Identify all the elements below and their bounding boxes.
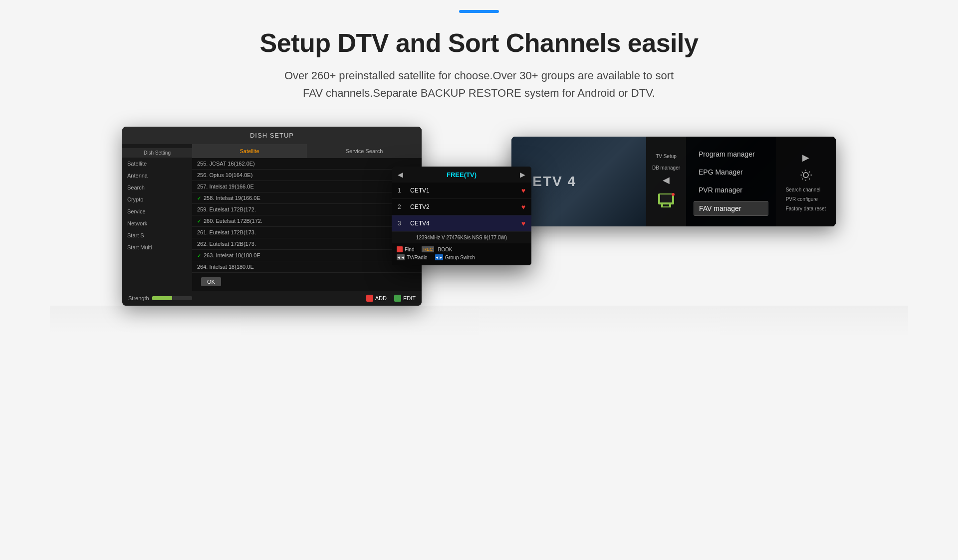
menu-fav-manager[interactable]: FAV manager (694, 201, 768, 216)
menu-antenna: Antenna (122, 170, 192, 182)
db-manager-label: DB manager (652, 165, 680, 171)
cetv-menu-items: Program manager EPG Manager PVR manager … (686, 137, 776, 226)
find-control: Find (397, 246, 414, 252)
channel-row-selected[interactable]: 3 CETV4 ♥ (392, 215, 531, 232)
list-item: 259. Eutelsat 172B(172. (192, 204, 422, 215)
rec-badge: REC (422, 246, 434, 252)
menu-start-multi: Start Multi (122, 241, 192, 253)
channel-row[interactable]: 2 CETV2 ♥ (392, 199, 531, 215)
bottom-buttons: ADD EDIT (366, 295, 416, 302)
menu-crypto: Crypto (122, 193, 192, 205)
channel-list-screenshot: ◀ FREE(TV) ▶ 1 CETV1 ♥ 2 CETV2 ♥ 3 CETV4 (392, 167, 531, 265)
channel-list-header: ◀ FREE(TV) ▶ (392, 167, 531, 183)
list-item: ✓260. Eutelsat 172B(172. (192, 215, 422, 227)
list-item: ✓263. Intelsat 18(180.0E (192, 250, 422, 261)
add-button[interactable]: ADD (366, 295, 387, 302)
menu-search: Search (122, 182, 192, 193)
list-item: 261. Eutelsat 172B(173. (192, 227, 422, 238)
green-button-icon (394, 295, 401, 302)
list-item: ✓258. Intelsat 19(166.0E (192, 192, 422, 204)
menu-epg-manager[interactable]: EPG Manager (694, 165, 768, 179)
pvr-configure-label: PVR configure (786, 196, 826, 202)
arrow-right-icon: ▶ (520, 171, 525, 179)
menu-satellite: Satellite (122, 158, 192, 170)
screenshots-container: DISH SETUP Dish Setting Satellite Antenn… (0, 127, 958, 306)
ok-button[interactable]: OK (201, 277, 221, 286)
strength-fill-bar (152, 296, 192, 300)
svg-rect-2 (661, 204, 663, 206)
search-channel-label: Search channel (786, 187, 826, 192)
fav-icon: ♥ (521, 219, 525, 227)
menu-network: Network (122, 217, 192, 229)
controls-row-1: Find REC BOOK (397, 246, 526, 252)
svg-rect-4 (661, 206, 671, 207)
satellite-list: 255. JCSAT 16(162.0E) 256. Optus 10(164.… (192, 158, 422, 273)
svg-rect-1 (660, 194, 672, 202)
menu-start-s: Start S (122, 229, 192, 241)
edit-button[interactable]: EDIT (394, 295, 416, 302)
ok-area: OK (192, 273, 422, 291)
channel-list-title: FREE(TV) (447, 171, 477, 179)
red-btn-icon (397, 246, 403, 252)
menu-pvr-manager[interactable]: PVR manager (694, 183, 768, 197)
tv-setup-label: TV Setup (656, 154, 677, 159)
red-button-icon (366, 295, 373, 302)
tab-service-search[interactable]: Service Search (307, 144, 422, 158)
arrow-left-icon: ◀ (398, 171, 403, 179)
svg-point-5 (672, 193, 675, 196)
factory-reset-label: Factory data reset (786, 206, 826, 211)
cetv-menu-overlay: TV Setup DB manager ◀ (646, 137, 836, 226)
menu-service: Service (122, 205, 192, 217)
tv-radio-control: ◄◄ TV/Radio (397, 254, 428, 260)
menu-program-manager[interactable]: Program manager (694, 147, 768, 161)
channel-list-body: 1 CETV1 ♥ 2 CETV2 ♥ 3 CETV4 ♥ (392, 183, 531, 232)
accent-bar (459, 10, 499, 13)
list-item: 256. Optus 10(164.0E) (192, 170, 422, 181)
nav-left-icon: ◀ (663, 175, 670, 186)
cetv-background: CETV 4 TV Setup DB manager ◀ (511, 137, 836, 226)
sub-title: Over 260+ preinstalled satellite for cho… (284, 67, 674, 102)
book-control: REC BOOK (422, 246, 452, 252)
left-panel: Dish Setting Satellite Antenna Search Cr… (122, 144, 192, 291)
page-wrapper: Setup DTV and Sort Channels easily Over … (0, 0, 958, 306)
satellite-header: Satellite Service Search (192, 144, 422, 158)
rewind-btn-icon: ◄◄ (397, 254, 405, 260)
svg-rect-3 (669, 204, 671, 206)
cetv-icon-section: TV Setup DB manager ◀ (646, 137, 686, 226)
right-panel: Satellite Service Search 255. JCSAT 16(1… (192, 144, 422, 291)
strength-bar: Strength (128, 295, 192, 301)
cetv-right-menu: ▶ (776, 137, 836, 226)
list-item: 264. Intelsat 18(180.0E (192, 261, 422, 273)
channel-row[interactable]: 1 CETV1 ♥ (392, 183, 531, 199)
lr-btn-icon: ◄► (435, 254, 443, 260)
channel-controls: Find REC BOOK ◄◄ TV/Radio ◄► Group Switc… (392, 243, 531, 265)
tv-icon (656, 189, 676, 209)
dish-setup-header: DISH SETUP (122, 127, 422, 144)
fav-icon: ♥ (521, 203, 525, 211)
cetv-screenshot: CETV 4 TV Setup DB manager ◀ (511, 137, 836, 226)
channel-info-bar: 12394MHz V 27476KS/s NSS 9(177.0W) (392, 232, 531, 243)
tab-satellite[interactable]: Satellite (192, 144, 307, 158)
list-item: 257. Intelsat 19(166.0E (192, 181, 422, 192)
list-item: 262. Eutelsat 172B(173. (192, 238, 422, 250)
main-title: Setup DTV and Sort Channels easily (260, 28, 699, 58)
gear-icon (799, 168, 813, 182)
right-sub-menu: Search channel PVR configure Factory dat… (786, 187, 826, 211)
svg-point-6 (803, 173, 808, 178)
fav-icon: ♥ (521, 187, 525, 194)
dish-setup-screenshot: DISH SETUP Dish Setting Satellite Antenn… (122, 127, 422, 306)
nav-right-icon: ▶ (802, 152, 809, 163)
group-switch-control: ◄► Group Switch (435, 254, 475, 260)
strength-fill-inner (152, 296, 172, 300)
dish-bottom: Strength ADD EDIT (122, 291, 422, 306)
dish-setting-label: Dish Setting (122, 148, 192, 158)
controls-row-2: ◄◄ TV/Radio ◄► Group Switch (397, 254, 526, 260)
dish-setup-body: Dish Setting Satellite Antenna Search Cr… (122, 144, 422, 291)
list-item: 255. JCSAT 16(162.0E) (192, 158, 422, 170)
